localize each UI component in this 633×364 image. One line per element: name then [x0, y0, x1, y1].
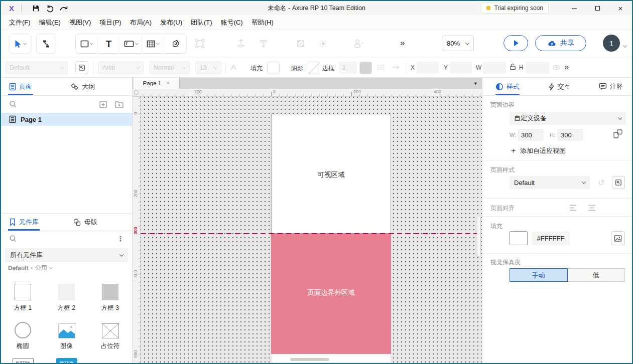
- style-picker-button[interactable]: [75, 61, 88, 74]
- toolbar-overflow-icon[interactable]: »: [400, 38, 404, 48]
- add-page-icon[interactable]: [99, 100, 107, 109]
- widget-item-primary-button[interactable]: BUTTON 主要按钮: [45, 352, 88, 363]
- styleband-overflow-icon[interactable]: »: [564, 63, 568, 72]
- h-input[interactable]: [526, 62, 549, 74]
- align-center-icon[interactable]: [587, 204, 597, 212]
- height-input[interactable]: 300: [557, 129, 583, 141]
- tab-widget-library[interactable]: 元件库: [8, 214, 40, 231]
- widget-item-box3[interactable]: 方框 3: [88, 276, 132, 314]
- chevron-down-icon: [465, 41, 469, 45]
- box3-icon: [102, 284, 118, 300]
- close-tab-icon[interactable]: ×: [166, 80, 170, 87]
- widget-item-placeholder[interactable]: 占位符: [88, 314, 132, 352]
- page-fill-hex[interactable]: #FFFFFF: [532, 231, 570, 245]
- search-icon[interactable]: [9, 100, 17, 108]
- left-sidebar: 页面 大纲: [1, 78, 133, 363]
- select-tool-button[interactable]: [9, 34, 31, 54]
- chevron-down-icon: [582, 179, 586, 184]
- fidelity-manual-button[interactable]: 手动: [510, 268, 568, 282]
- zoom-select[interactable]: 80%: [442, 36, 474, 51]
- ruler-label: -200: [193, 89, 202, 94]
- connector-tool-button[interactable]: [36, 34, 56, 54]
- library-select[interactable]: 所有元件库: [5, 248, 128, 262]
- page-style-select[interactable]: Default: [510, 176, 590, 189]
- widget-item-image[interactable]: 图像: [45, 314, 88, 352]
- fidelity-low-button[interactable]: 低: [568, 268, 625, 282]
- widget-item-button[interactable]: BUTTON 按钮: [1, 352, 45, 363]
- preview-button[interactable]: [503, 35, 528, 51]
- avatar-chevron-icon[interactable]: [623, 43, 627, 47]
- page-fill-swatch[interactable]: [510, 231, 528, 245]
- canvas-viewport[interactable]: 0 200 300 400 600 可视区域 页面边界外区域: [133, 97, 482, 363]
- widget-item-ellipse[interactable]: 椭圆: [1, 314, 45, 352]
- rotate-device-icon[interactable]: [613, 129, 623, 139]
- maximize-button[interactable]: [586, 1, 609, 15]
- widget-style-select[interactable]: Default: [5, 61, 68, 74]
- edit-style-button[interactable]: [612, 176, 625, 189]
- tab-list-caret-icon[interactable]: ▾: [474, 80, 477, 87]
- horizontal-scrollbar[interactable]: [290, 357, 330, 361]
- device-select[interactable]: 自定义设备: [510, 112, 626, 125]
- w-input[interactable]: [483, 62, 506, 74]
- align-left-icon[interactable]: [569, 204, 579, 212]
- add-adaptive-view-link[interactable]: ＋ 添加自适应视图: [510, 146, 566, 155]
- minimize-button[interactable]: [563, 1, 586, 15]
- border-width-input[interactable]: 1: [339, 62, 357, 74]
- page-row-selected[interactable]: Page 1: [1, 113, 132, 126]
- search-icon[interactable]: [9, 235, 17, 243]
- rectangle-tool-button[interactable]: [76, 34, 98, 53]
- border-color-swatch[interactable]: [359, 62, 372, 74]
- minimize-icon: [572, 8, 577, 9]
- table-tool-button[interactable]: [142, 34, 164, 53]
- font-size-select[interactable]: 13: [195, 61, 221, 74]
- visible-area-label: 可视区域: [272, 170, 391, 179]
- menu-account[interactable]: 账号(C): [220, 18, 244, 27]
- menu-team[interactable]: 团队(T): [190, 18, 213, 27]
- add-folder-icon[interactable]: [114, 100, 124, 108]
- undo-icon[interactable]: [43, 4, 57, 13]
- tab-pages[interactable]: 页面: [8, 78, 33, 95]
- x-input[interactable]: [417, 62, 439, 74]
- avatar[interactable]: 1: [603, 35, 620, 52]
- font-color-button[interactable]: A: [231, 63, 236, 71]
- fill-image-button[interactable]: [611, 231, 625, 245]
- fill-swatch[interactable]: [267, 62, 280, 74]
- outside-boundary-region[interactable]: 页面边界外区域: [271, 233, 391, 354]
- kebab-menu-icon[interactable]: ⋮: [117, 235, 124, 243]
- menu-help[interactable]: 帮助(H): [250, 18, 275, 27]
- x-label: X: [411, 64, 415, 71]
- text-tool-button[interactable]: T: [98, 34, 120, 53]
- font-family-select[interactable]: Arial: [98, 61, 144, 74]
- menu-project[interactable]: 项目(P): [98, 18, 122, 27]
- document-tab-page1[interactable]: Page 1 ×: [134, 78, 180, 89]
- inspector-panel: 样式 交互 注释 页面边界 自定义设备 W: 300 H: 300: [482, 78, 632, 363]
- tab-interactions[interactable]: 交互: [548, 78, 571, 95]
- tab-style[interactable]: 样式: [495, 78, 520, 95]
- tab-masters[interactable]: 母版: [72, 214, 98, 231]
- menu-edit[interactable]: 编辑(E): [38, 18, 62, 27]
- redo-icon[interactable]: [57, 5, 71, 12]
- font-weight-select[interactable]: Normal: [149, 61, 190, 74]
- menu-file[interactable]: 文件(F): [8, 18, 32, 27]
- tab-outline[interactable]: 大纲: [69, 78, 96, 95]
- widget-item-link-button[interactable]: BUTTON 链接按钮: [88, 352, 132, 363]
- tab-notes[interactable]: 注释: [599, 78, 623, 95]
- share-button[interactable]: 共享: [535, 35, 586, 51]
- input-tool-button[interactable]: [120, 34, 142, 53]
- pen-tool-button[interactable]: [164, 34, 186, 53]
- shadow-swatch[interactable]: [308, 62, 320, 74]
- vertical-scrollbar[interactable]: [477, 216, 481, 257]
- widget-item-box2[interactable]: 方框 2: [45, 276, 88, 314]
- close-button[interactable]: ×: [609, 1, 632, 15]
- lock-ratio-icon[interactable]: [509, 63, 517, 71]
- widget-item-box1[interactable]: 方框 1: [1, 276, 45, 314]
- align-objects-icon: [295, 38, 306, 49]
- width-input[interactable]: 300: [518, 129, 544, 141]
- menu-publish[interactable]: 发布(U): [159, 18, 183, 27]
- trial-badge[interactable]: Trial expiring soon: [481, 3, 549, 14]
- menu-view[interactable]: 视图(V): [68, 18, 92, 27]
- y-input[interactable]: [450, 62, 472, 74]
- save-icon[interactable]: [29, 5, 43, 12]
- menu-arrange[interactable]: 布局(A): [129, 18, 153, 27]
- library-section-header[interactable]: Default • 公用: [1, 262, 132, 274]
